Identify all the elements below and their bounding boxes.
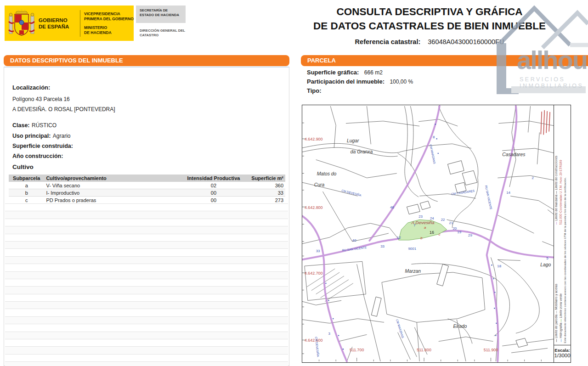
uso-principal-label: Uso principal:: [12, 133, 51, 139]
empty-row: [5, 346, 288, 354]
coord-bottom-1: 511.700: [350, 348, 364, 352]
table-row: bI- Improductivo0033: [9, 189, 285, 197]
empty-row: [5, 234, 288, 241]
empty-row: [5, 241, 288, 248]
cultivo-table-header-row: Subparcela Cultivo/aprovechamiento Inten…: [9, 175, 285, 182]
table-cell: 02: [182, 182, 246, 189]
coord-left-1: 4.642.900: [305, 137, 323, 141]
coord-left-2: 4.642.800: [305, 205, 323, 210]
empty-table-rows: [5, 203, 288, 366]
table-row: aV- Viña secano02360: [9, 182, 285, 189]
table-cell: 00: [182, 197, 246, 204]
coord-left-3: 4.642.700: [305, 271, 323, 276]
empty-row: [5, 219, 288, 226]
utm-coordinate-labels: 4.642.900 4.642.800 4.642.700 4.642.600 …: [305, 137, 498, 352]
legend-item-label: Límite de manzana: [554, 194, 558, 221]
participacion-label: Participación del inmueble:: [307, 78, 384, 85]
cultivo-table: Subparcela Cultivo/aprovechamiento Inten…: [9, 175, 285, 204]
parcel-number: 22: [441, 218, 445, 222]
legend-item-label: Hidrografía: [559, 322, 562, 338]
participacion-row: Participación del inmueble: 100,00 %: [307, 78, 564, 85]
empty-row: [5, 203, 288, 211]
table-cell: PD Prados o praderas: [44, 197, 181, 204]
localizacion-label: Localización:: [12, 84, 50, 91]
red-hatch-symbol: [541, 110, 550, 135]
parcel-number: 19: [457, 230, 461, 234]
legend-swatch: —: [559, 318, 562, 322]
title-line-2: DE DATOS CATASTRALES DE BIEN INMUEBLE: [299, 19, 560, 33]
participacion-value: 100,00 %: [390, 79, 413, 85]
parcel-number: 12: [397, 236, 401, 240]
government-logo-block: GOBIERNO DE ESPAÑA VICEPRESIDENCIA PRIME…: [5, 6, 134, 41]
coord-bottom-2: 511.800: [417, 348, 431, 352]
cadastral-document-page: GOBIERNO DE ESPAÑA VICEPRESIDENCIA PRIME…: [0, 0, 588, 366]
legend-item-label: Mobiliario y aceras: [554, 284, 558, 310]
label-eirado: Eirado: [453, 324, 467, 329]
road-name: RU SAN VICENTE: [342, 246, 367, 252]
referencia-catastral-label: Referencia catastral:: [355, 38, 421, 45]
gobierno-de-espana-label: GOBIERNO DE ESPAÑA: [39, 17, 77, 30]
localizacion-line2: A DEVESIÑA. O ROSAL [PONTEVEDRA]: [12, 106, 115, 113]
parcel-number: 18: [497, 264, 501, 268]
document-title: CONSULTA DESCRIPTIVA Y GRÁFICA DE DATOS …: [299, 5, 560, 45]
road-name: CM MARZANS: [429, 144, 436, 164]
legend-swatch: —: [554, 221, 558, 225]
cadastral-map-svg: 4.642.900 4.642.800 4.642.700 4.642.600 …: [302, 105, 554, 363]
ano-construccion-row: Año construcción:: [12, 152, 63, 160]
tipo-label: Tipo:: [307, 87, 322, 94]
empty-row: [5, 279, 288, 286]
parcel-number: 21: [449, 221, 453, 225]
legend-swatch: —: [554, 310, 558, 313]
legend-items-line-2: — Hidrografía — Límite zona verde: [559, 293, 562, 342]
empty-row: [5, 324, 288, 331]
label-lugar: Lugar: [347, 138, 359, 143]
column-header-superficie: Superficie m²: [245, 175, 285, 182]
parcela-panel: Superficie gráfica: 666 m2 Participación…: [307, 69, 564, 96]
empty-row: [5, 339, 288, 346]
parcel-16-label: 16: [430, 230, 434, 235]
superficie-grafica-value: 666 m2: [364, 69, 383, 76]
parcel-number: 24: [430, 216, 434, 220]
table-cell: b: [9, 189, 44, 197]
escala-label: Escala:: [554, 348, 571, 353]
referencia-catastral-value: 36048A043000160000FU: [428, 38, 504, 45]
table-row: cPD Prados o praderas00273: [9, 197, 285, 204]
ministry-labels: VICEPRESIDENCIA PRIMERA DEL GOBIERNO MIN…: [84, 11, 134, 35]
legend-items-line-3: — Límite de manzana — Límite de construc…: [554, 156, 558, 225]
empty-row: [5, 264, 288, 271]
secretaria-estado-label: SECRETARÍA DE ESTADO DE HACIENDA: [136, 6, 186, 23]
clase-value: RÚSTICO: [32, 122, 57, 129]
empty-row: [5, 286, 288, 293]
coord-bottom-3: 511.900: [484, 348, 498, 352]
empty-row: [5, 309, 288, 316]
uso-principal-value: Agrario: [53, 133, 71, 139]
coord-left-4: 4.642.600: [305, 338, 323, 343]
legend-swatch: —: [554, 190, 558, 193]
map-legend: — Límite de parcela — Mobiliario y acera…: [554, 105, 571, 345]
table-cell: 360: [245, 182, 285, 189]
parcel-number: 9001: [408, 247, 416, 251]
empty-row: [5, 211, 288, 218]
table-cell: V- Viña secano: [44, 182, 181, 189]
road-name: RU SAN VICENTE: [485, 185, 493, 210]
parcel-number: 33: [380, 244, 384, 248]
table-cell: c: [9, 197, 44, 204]
map-scale-box: Escala: 1/3000: [554, 345, 571, 363]
clase-label: Clase:: [12, 122, 30, 129]
tipo-row: Tipo:: [307, 87, 564, 94]
empty-row: [5, 354, 288, 361]
column-header-intensidad: Intensidad Productiva: [182, 175, 246, 182]
datos-descriptivos-panel: Localización: Polígono 43 Parcela 16 A D…: [4, 67, 289, 366]
section-header-datos-descriptivos: DATOS DESCRIPTIVOS DEL INMUEBLE: [4, 55, 289, 66]
legend-utm-note: 512.000 Coordenadas U.T.M. Huso 29 ETRS8…: [559, 160, 562, 225]
empty-row: [5, 248, 288, 256]
legend-item-label: Límite zona verde: [559, 293, 562, 318]
table-cell: 33: [245, 189, 285, 197]
subparcel-c: c: [439, 232, 441, 236]
parcel-number: 40: [352, 238, 356, 242]
escala-value: 1/3000: [554, 353, 571, 358]
label-marzan: Marzan: [405, 269, 421, 274]
empty-row: [5, 226, 288, 233]
clase-row: Clase: RÚSTICO: [12, 121, 57, 129]
column-header-cultivo: Cultivo/aprovechamiento: [44, 175, 181, 182]
